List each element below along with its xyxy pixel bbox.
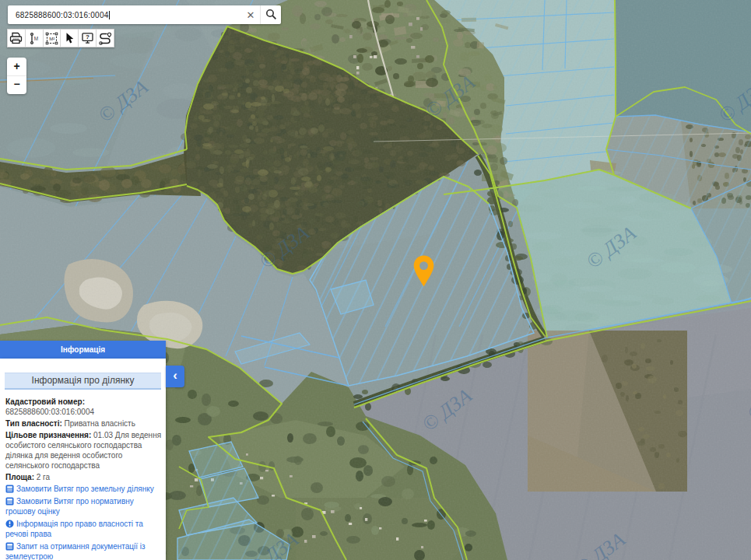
svg-text:M²: M²	[49, 35, 54, 40]
svg-text:?: ?	[86, 33, 89, 40]
svg-text:M: M	[33, 36, 37, 41]
